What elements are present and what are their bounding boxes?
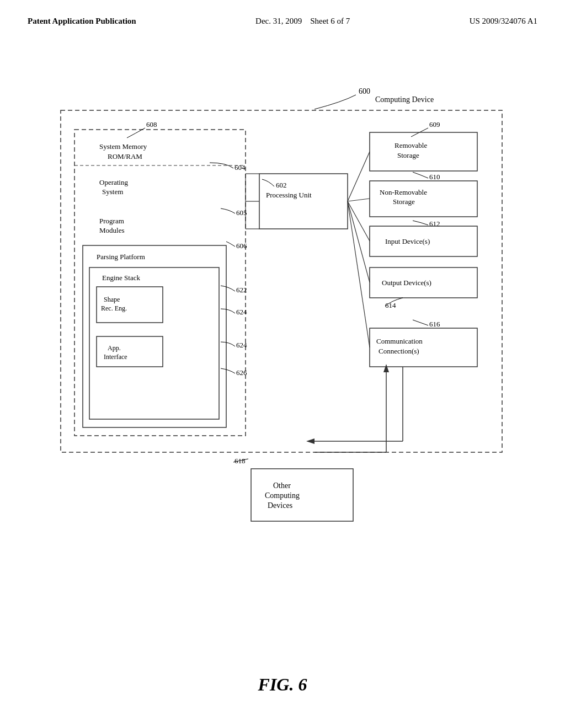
svg-text:Removable: Removable [395, 141, 427, 149]
date: Dec. 31, 2009 [255, 17, 302, 25]
svg-text:602: 602 [276, 181, 287, 189]
svg-text:Modules: Modules [99, 226, 125, 234]
page-header: Patent Application Publication Dec. 31, … [0, 0, 565, 26]
svg-rect-14 [89, 267, 219, 419]
svg-text:Computing Device: Computing Device [375, 95, 434, 104]
svg-text:609: 609 [429, 120, 440, 129]
publication-label: Patent Application Publication [28, 17, 136, 26]
svg-text:Computing: Computing [265, 491, 300, 500]
svg-text:Devices: Devices [268, 501, 292, 510]
sheet: Sheet 6 of 7 [310, 17, 350, 25]
svg-text:Rec. Eng.: Rec. Eng. [101, 304, 127, 312]
svg-text:606: 606 [236, 242, 247, 250]
svg-text:System Memory: System Memory [99, 142, 147, 151]
svg-text:604: 604 [234, 163, 246, 172]
svg-text:Parsing Platform: Parsing Platform [97, 253, 145, 261]
patent-diagram: 600 Computing Device 608 System Memory R… [44, 77, 519, 601]
svg-rect-3 [74, 130, 246, 436]
svg-text:ROM/RAM: ROM/RAM [108, 152, 142, 160]
svg-marker-55 [383, 364, 389, 372]
svg-text:Program: Program [99, 217, 124, 225]
svg-line-66 [348, 199, 370, 201]
patent-number: US 2009/324076 A1 [470, 17, 537, 26]
svg-rect-19 [97, 336, 163, 367]
diagram-area: 600 Computing Device 608 System Memory R… [44, 77, 519, 601]
svg-text:App.: App. [108, 344, 121, 352]
svg-text:624: 624 [236, 341, 247, 349]
svg-text:616: 616 [429, 320, 440, 328]
figure-caption: FIG. 6 [258, 675, 307, 695]
svg-rect-30 [259, 174, 348, 229]
svg-text:622: 622 [236, 286, 247, 294]
svg-text:624: 624 [236, 308, 247, 316]
svg-text:Shape: Shape [104, 296, 120, 303]
svg-text:System: System [102, 188, 123, 196]
svg-text:Interface: Interface [104, 353, 127, 361]
svg-text:626: 626 [236, 368, 247, 377]
svg-text:610: 610 [429, 173, 440, 181]
svg-rect-33 [370, 132, 477, 171]
date-sheet: Dec. 31, 2009 Sheet 6 of 7 [255, 17, 350, 26]
svg-text:600: 600 [359, 87, 370, 95]
svg-text:Other: Other [273, 481, 291, 490]
svg-text:Communication: Communication [376, 337, 423, 345]
svg-text:Output Device(s): Output Device(s) [382, 279, 431, 287]
svg-text:Storage: Storage [397, 151, 419, 159]
svg-rect-37 [370, 181, 477, 217]
svg-line-65 [348, 152, 370, 201]
svg-line-68 [348, 201, 370, 282]
svg-text:Processing Unit: Processing Unit [266, 191, 312, 199]
svg-text:608: 608 [146, 120, 157, 129]
svg-line-69 [348, 201, 370, 347]
svg-text:Operating: Operating [99, 178, 128, 186]
svg-marker-52 [306, 438, 315, 444]
svg-text:Input Device(s): Input Device(s) [385, 237, 430, 245]
svg-text:Connection(s): Connection(s) [379, 347, 419, 355]
svg-text:Non-Removable: Non-Removable [380, 188, 427, 196]
svg-text:Storage: Storage [393, 197, 415, 206]
svg-text:Engine Stack: Engine Stack [102, 274, 140, 282]
